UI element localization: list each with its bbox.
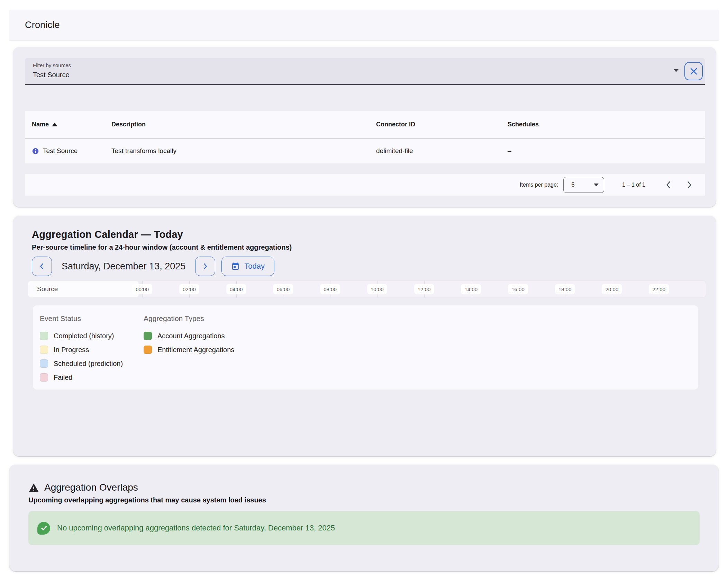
completed-swatch — [40, 332, 48, 340]
account-aggregations-swatch — [144, 332, 152, 340]
check-mark — [40, 524, 48, 532]
event-status-legend: Event Status Completed (history) In Prog… — [40, 314, 144, 390]
timeline-header: Source 00:00 02:00 04:00 06:00 08:00 10:… — [28, 280, 706, 298]
legend-item-completed: Completed (history) — [40, 331, 144, 341]
calendar-icon — [231, 262, 240, 271]
app-bar: Cronicle — [9, 10, 719, 41]
close-icon — [690, 67, 698, 75]
warning-icon — [28, 482, 39, 493]
no-overlaps-banner: No upcoming overlapping aggregations det… — [28, 511, 700, 545]
filter-label: Filter by sources — [33, 62, 705, 68]
next-page-button[interactable] — [683, 178, 696, 191]
hour-label: 12:00 — [414, 284, 434, 294]
aggregation-overlaps-card: Aggregation Overlaps Upcoming overlappin… — [9, 465, 719, 571]
column-header-name[interactable]: Name — [32, 121, 111, 128]
chevron-left-icon — [664, 180, 673, 189]
check-circle-icon — [37, 522, 50, 535]
pagination-bar: Items per page: 5 1 – 1 of 1 — [25, 174, 705, 196]
pagination-range: 1 – 1 of 1 — [622, 182, 645, 188]
column-header-description: Description — [111, 121, 376, 128]
next-day-button[interactable] — [195, 257, 215, 276]
hour-label: 08:00 — [320, 284, 340, 294]
calendar-subtitle: Per-source timeline for a 24-hour window… — [32, 243, 706, 251]
hour-label: 16:00 — [508, 284, 528, 294]
legend-item-entitlement-aggregations: Entitlement Aggregations — [144, 345, 698, 355]
sort-asc-icon — [52, 123, 57, 126]
timeline-hours-strip: 00:00 02:00 04:00 06:00 08:00 10:00 12:0… — [142, 280, 706, 298]
overlaps-title-row: Aggregation Overlaps — [28, 482, 700, 493]
filter-by-sources-select[interactable]: Filter by sources Test Source — [25, 58, 705, 85]
hour-label: 22:00 — [649, 284, 669, 294]
legend-item-in-progress: In Progress — [40, 345, 144, 355]
overlaps-title: Aggregation Overlaps — [44, 482, 138, 493]
scheduled-swatch — [40, 359, 48, 368]
clear-filter-button[interactable] — [684, 62, 703, 80]
aggregation-types-title: Aggregation Types — [144, 314, 698, 323]
current-date-label: Saturday, December 13, 2025 — [62, 261, 185, 272]
items-per-page-select[interactable]: 5 — [563, 177, 604, 193]
app-title: Cronicle — [25, 20, 60, 30]
table-header-row: Name Description Connector ID Schedules — [25, 111, 705, 138]
table-row[interactable]: Test Source Test transforms locally deli… — [25, 138, 705, 163]
chevron-right-icon — [201, 262, 209, 270]
hour-label: 04:00 — [226, 284, 246, 294]
sources-card: Filter by sources Test Source Name Descr… — [13, 47, 716, 207]
sources-table: Name Description Connector ID Schedules … — [25, 111, 705, 163]
hour-label: 02:00 — [179, 284, 199, 294]
source-schedules: – — [508, 147, 705, 155]
date-navigation: Saturday, December 13, 2025 Today — [32, 257, 706, 276]
overlaps-subtitle: Upcoming overlapping aggregations that m… — [28, 496, 700, 504]
previous-page-button[interactable] — [662, 178, 675, 191]
column-header-schedules: Schedules — [508, 121, 705, 128]
legend-item-account-aggregations: Account Aggregations — [144, 331, 698, 341]
filter-value: Test Source — [33, 71, 705, 79]
today-button[interactable]: Today — [221, 257, 274, 276]
column-header-connector-id: Connector ID — [376, 121, 508, 128]
event-status-title: Event Status — [40, 314, 144, 323]
chevron-right-icon — [685, 180, 694, 189]
timeline-source-header: Source — [28, 280, 139, 298]
source-description: Test transforms locally — [111, 147, 376, 155]
hour-label: 20:00 — [602, 284, 622, 294]
source-name: Test Source — [43, 147, 78, 155]
legend-item-scheduled: Scheduled (prediction) — [40, 359, 144, 368]
in-progress-swatch — [40, 346, 48, 354]
calendar-title: Aggregation Calendar — Today — [32, 229, 706, 240]
select-caret-icon — [594, 184, 599, 186]
hour-label: 18:00 — [555, 284, 575, 294]
aggregation-types-legend: Aggregation Types Account Aggregations E… — [144, 314, 698, 390]
source-connector-id: delimited-file — [376, 147, 508, 155]
chevron-left-icon — [38, 262, 46, 270]
no-overlaps-message: No upcoming overlapping aggregations det… — [57, 524, 335, 533]
source-name-cell: Test Source — [32, 147, 111, 155]
legend-item-failed: Failed — [40, 373, 144, 382]
hour-label: 10:00 — [367, 284, 387, 294]
dropdown-caret-icon[interactable] — [674, 69, 679, 72]
hour-label: 00:00 — [132, 284, 152, 294]
info-icon[interactable] — [32, 148, 39, 155]
aggregation-calendar-card: Aggregation Calendar — Today Per-source … — [13, 216, 716, 456]
failed-swatch — [40, 373, 48, 382]
entitlement-aggregations-swatch — [144, 346, 152, 354]
previous-day-button[interactable] — [32, 257, 52, 276]
items-per-page-label: Items per page: — [520, 182, 558, 188]
timeline-legend: Event Status Completed (history) In Prog… — [33, 305, 698, 390]
hour-label: 14:00 — [461, 284, 481, 294]
hour-label: 06:00 — [273, 284, 293, 294]
